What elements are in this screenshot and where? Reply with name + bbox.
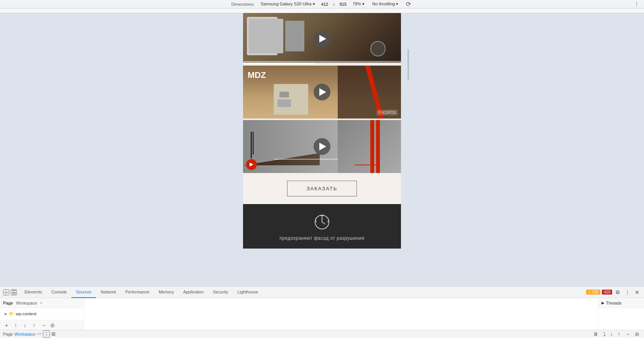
tab-sources[interactable]: Sources [71, 287, 96, 298]
step-icon[interactable]: → [623, 330, 632, 338]
threads-header: ▶ Threads [598, 298, 644, 308]
tab-elements[interactable]: Elements [20, 287, 47, 298]
right-arrow-icon[interactable]: → [39, 321, 48, 329]
video-progress-fill [243, 63, 314, 64]
video-element [370, 41, 386, 56]
mobile-frame: MDZ © KOPOS [243, 13, 401, 249]
sources-tab-page[interactable]: Page [3, 301, 13, 305]
video-progress-bar[interactable] [243, 63, 401, 64]
play-button-3[interactable] [314, 138, 330, 155]
devtools-tabs: ⊹ ☰ Elements Console Sources Network Per… [0, 287, 644, 298]
statusbar-page[interactable]: Page [3, 332, 13, 336]
step-into-icon[interactable]: ↓ [609, 330, 614, 338]
statusbar-sync-icon[interactable]: ⊞ [51, 331, 56, 337]
sources-tab-workspace[interactable]: Workspace [16, 301, 37, 305]
threads-panel: ▶ Threads [598, 298, 644, 330]
video-1[interactable] [243, 13, 401, 64]
sources-tree: ▶ 📁 wp-content [0, 308, 84, 320]
svg-line-2 [322, 222, 325, 224]
throttle-label: No throttling [372, 2, 395, 6]
refresh-icon[interactable]: ↑ [12, 321, 20, 329]
errors-badge: 429 [602, 290, 612, 295]
devtools-panel: ⊹ ☰ Elements Console Sources Network Per… [0, 286, 644, 341]
more-options-icon[interactable]: ⋮ [632, 0, 641, 8]
new-file-icon[interactable]: + [2, 321, 11, 329]
clock-icon-wrapper [312, 212, 332, 231]
tree-expand-icon: ▶ [5, 312, 7, 316]
threads-expand-icon: ▶ [601, 301, 605, 305]
warning-icon: ⚠ [588, 290, 591, 294]
step-over-icon[interactable]: ⤵ [601, 330, 607, 338]
sources-action-bar: + ↑ ↓ ↑ → ⊘ [0, 320, 84, 330]
order-button[interactable]: ЗАКАЗАТЬ [287, 181, 357, 196]
folder-icon: 📁 [9, 311, 14, 316]
inspect-icon[interactable]: ⊹ [3, 289, 9, 295]
zoom-level: 79% [353, 2, 361, 6]
sources-sidebar: Page Workspace » ▶ 📁 wp-content + ↑ ↓ ↑ … [0, 298, 84, 330]
statusbar-workspace[interactable]: Workspace [15, 332, 36, 336]
breakpoints-icon[interactable]: ⏸ [591, 330, 600, 338]
scrollbar[interactable] [407, 26, 409, 285]
devtools-bottom-icons: ⏸ ⤵ ↓ ↑ → ⊘ [591, 330, 641, 338]
tab-memory[interactable]: Memory [154, 287, 179, 298]
viewport-height: 915 [340, 2, 347, 7]
channel-icon [246, 159, 257, 170]
dark-section: предохраняют фасад от разрушения [243, 204, 401, 249]
statusbar-more-icon[interactable]: ⋮ [43, 330, 50, 338]
tab-console[interactable]: Console [47, 287, 71, 298]
devtools-panel-icons: ⊹ ☰ [3, 289, 17, 295]
browser-viewport: MDZ © KOPOS [0, 13, 644, 285]
tree-item-label: wp-content [16, 311, 36, 316]
devtools-statusbar: Page Workspace >> ⋮ ⊞ ⏸ ⤵ ↓ ↑ → ⊘ [0, 330, 644, 338]
tab-security[interactable]: Security [208, 287, 233, 298]
throttle-selector[interactable]: No throttling ▾ [371, 2, 400, 7]
dark-section-text: предохраняют фасад от разрушения [279, 236, 364, 241]
tab-network[interactable]: Network [96, 287, 121, 298]
hardware-element-2 [285, 21, 304, 51]
tab-application[interactable]: Application [179, 287, 209, 298]
dimensions-label: Dimensions: [232, 2, 255, 7]
errors-count: 429 [604, 290, 610, 294]
devtools-content: Page Workspace » ▶ 📁 wp-content + ↑ ↓ ↑ … [0, 298, 644, 330]
ruler-bar [0, 8, 644, 13]
tab-lighthouse[interactable]: Lighthouse [233, 287, 263, 298]
channel-play-icon [250, 163, 253, 166]
video-3[interactable] [243, 120, 401, 173]
box-hole-2 [279, 92, 289, 97]
play-button-2[interactable] [314, 84, 330, 100]
cable-element-2 [253, 132, 254, 155]
device-selector[interactable]: Samsung Galaxy S20 Ultra ▾ [259, 2, 317, 7]
kopos-watermark: © KOPOS [376, 110, 398, 115]
close-devtools-icon[interactable]: ✕ [633, 288, 641, 296]
devtools-topbar: Dimensions: Samsung Galaxy S20 Ultra ▾ 4… [0, 0, 644, 8]
video-line [243, 61, 401, 62]
settings-icon[interactable]: ⚙ [614, 288, 622, 296]
red-wire [355, 165, 378, 165]
devtools-right-icons: ⚠ 580 429 ⚙ ⋮ ✕ [586, 288, 641, 296]
code-editor-area [84, 298, 598, 330]
svg-point-4 [322, 215, 322, 216]
sync-icon[interactable]: ↓ [21, 321, 29, 329]
statusbar-chevron: >> [37, 332, 42, 336]
step-out-icon[interactable]: ↑ [616, 330, 622, 338]
viewport-width: 412 [321, 2, 328, 7]
white-line [274, 159, 338, 160]
up-icon[interactable]: ↑ [30, 321, 38, 329]
deactivate-icon[interactable]: ⊘ [48, 321, 57, 329]
play-triangle-icon-3 [319, 143, 326, 150]
more-devtools-icon[interactable]: ⋮ [623, 288, 632, 296]
warnings-count: 580 [592, 290, 599, 294]
zoom-selector[interactable]: 79% ▾ [351, 2, 366, 7]
warnings-badge: ⚠ 580 [586, 290, 601, 295]
tree-item-wp-content[interactable]: ▶ 📁 wp-content [0, 310, 84, 318]
play-button-1[interactable] [314, 30, 330, 47]
threads-label: Threads [606, 301, 621, 305]
rotate-icon[interactable]: ⟳ [404, 0, 412, 8]
scrollbar-thumb [407, 49, 409, 80]
video-2[interactable]: MDZ © KOPOS [243, 66, 401, 119]
sources-tab-chevron: » [40, 301, 43, 305]
device-icon[interactable]: ☰ [11, 289, 17, 295]
tab-performance[interactable]: Performance [121, 287, 154, 298]
box-hole [278, 99, 291, 107]
deactivate-breakpoints-icon[interactable]: ⊘ [633, 330, 641, 338]
